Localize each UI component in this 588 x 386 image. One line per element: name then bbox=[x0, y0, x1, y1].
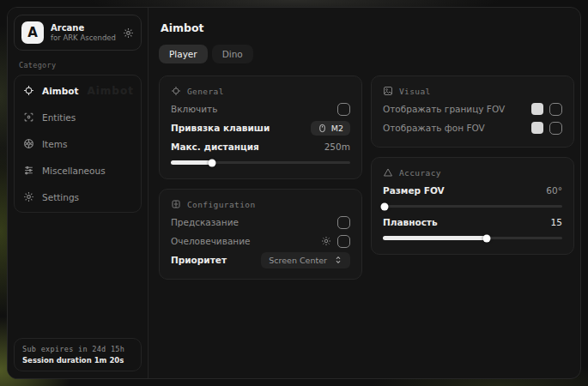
keybind-button[interactable]: M2 bbox=[311, 121, 350, 136]
enable-checkbox[interactable] bbox=[337, 103, 350, 116]
subscription-info: Sub expires in 24d 15h Session duration … bbox=[14, 338, 142, 371]
sidebar-item-settings[interactable]: Settings bbox=[15, 184, 141, 210]
sidebar-item-label: Items bbox=[42, 139, 67, 149]
visual-card: Visual Отображать границу FOV Отображать… bbox=[371, 75, 574, 148]
accuracy-header: Accuracy bbox=[383, 167, 562, 178]
general-header: General bbox=[171, 86, 350, 96]
sidebar-nav: Aimbot Aimbot Entities Items Miscellane bbox=[14, 75, 142, 213]
tab-dino[interactable]: Dino bbox=[212, 45, 253, 63]
page-title: Aimbot bbox=[161, 21, 574, 34]
enable-label: Включить bbox=[171, 104, 217, 114]
visual-header: Visual bbox=[383, 86, 562, 96]
fov-border-color-swatch[interactable] bbox=[531, 103, 543, 115]
distance-value: 250m bbox=[324, 142, 350, 152]
sidebar-item-label: Aimbot bbox=[42, 86, 78, 96]
sidebar-spacer bbox=[14, 213, 142, 338]
fov-border-controls bbox=[531, 103, 562, 116]
fov-bg-controls bbox=[531, 122, 562, 135]
gear-icon bbox=[23, 191, 34, 202]
humanization-row: Очеловечивание bbox=[171, 232, 350, 250]
slider-thumb[interactable] bbox=[483, 234, 491, 242]
priority-row: Приоритет Screen Center bbox=[171, 250, 350, 269]
humanization-label: Очеловечивание bbox=[171, 236, 251, 246]
general-card: General Включить Привязка клавиши M2 bbox=[159, 75, 362, 179]
smoothness-row: Плавность 15 bbox=[383, 213, 562, 232]
slider-fill bbox=[171, 160, 212, 165]
sidebar-item-entities[interactable]: Entities bbox=[15, 104, 141, 130]
keybind-row: Привязка клавиши M2 bbox=[171, 118, 350, 137]
fov-border-checkbox[interactable] bbox=[549, 103, 562, 116]
prediction-label: Предсказание bbox=[171, 217, 239, 227]
tab-player[interactable]: Player bbox=[159, 45, 208, 63]
slider-track[interactable] bbox=[383, 205, 562, 208]
sidebar-item-items[interactable]: Items bbox=[15, 130, 141, 157]
distance-slider[interactable] bbox=[171, 158, 350, 166]
crosshair-icon bbox=[171, 86, 181, 96]
configuration-header: Configuration bbox=[171, 199, 350, 209]
humanization-checkbox[interactable] bbox=[337, 235, 350, 248]
smoothness-slider[interactable] bbox=[383, 233, 562, 242]
tune-icon bbox=[171, 199, 181, 209]
main-panel: Aimbot Player Dino General Включить bbox=[149, 8, 581, 378]
configuration-card: Configuration Предсказание Очеловечивани… bbox=[159, 189, 362, 280]
distance-row: Макс. дистанция 250m bbox=[171, 137, 350, 156]
priority-value: Screen Center bbox=[269, 256, 327, 265]
fov-bg-checkbox[interactable] bbox=[549, 122, 562, 135]
fov-size-label: Размер FOV bbox=[383, 185, 445, 196]
smoothness-value: 15 bbox=[551, 217, 562, 227]
humanization-controls bbox=[321, 235, 350, 248]
prediction-checkbox[interactable] bbox=[337, 216, 350, 229]
slider-thumb[interactable] bbox=[209, 159, 216, 166]
priority-dropdown[interactable]: Screen Center bbox=[261, 252, 350, 268]
mouse-icon bbox=[318, 124, 327, 133]
priority-label: Приоритет bbox=[171, 255, 227, 265]
fov-bg-row: Отображать фон FOV bbox=[383, 118, 562, 137]
humanization-gear-icon[interactable] bbox=[321, 236, 331, 246]
sidebar-item-aimbot[interactable]: Aimbot Aimbot bbox=[15, 77, 141, 104]
aimbot-watermark: Aimbot bbox=[87, 85, 133, 97]
app-subtitle: for ARK Ascended bbox=[51, 33, 116, 43]
fov-size-value: 60° bbox=[546, 185, 562, 196]
smoothness-label: Плавность bbox=[383, 217, 438, 227]
tab-bar: Player Dino bbox=[159, 45, 574, 63]
slider-fill bbox=[383, 236, 487, 240]
enable-row: Включить bbox=[171, 100, 350, 118]
session-duration-text: Session duration 1m 20s bbox=[22, 356, 133, 365]
accuracy-title: Accuracy bbox=[399, 168, 441, 178]
fov-border-row: Отображать границу FOV bbox=[383, 100, 562, 118]
accuracy-card: Accuracy Размер FOV 60° Плавность 15 bbox=[371, 157, 574, 255]
sidebar-item-label: Entities bbox=[42, 112, 76, 123]
category-label: Category bbox=[19, 61, 136, 69]
general-title: General bbox=[187, 87, 224, 96]
prediction-row: Предсказание bbox=[171, 213, 350, 232]
configuration-title: Configuration bbox=[187, 200, 256, 209]
select-chevrons-icon bbox=[334, 256, 342, 264]
fov-bg-label: Отображать фон FOV bbox=[383, 123, 485, 133]
fov-size-row: Размер FOV 60° bbox=[383, 181, 562, 200]
sidebar: A Arcane for ARK Ascended Category Aimbo… bbox=[8, 8, 149, 378]
sliders-icon bbox=[23, 165, 34, 176]
app-window: A Arcane for ARK Ascended Category Aimbo… bbox=[7, 7, 581, 379]
triangle-icon bbox=[383, 167, 393, 178]
distance-label: Макс. дистанция bbox=[171, 142, 259, 152]
app-title-block: Arcane for ARK Ascended bbox=[51, 23, 116, 43]
image-icon bbox=[383, 86, 393, 96]
app-logo-card: A Arcane for ARK Ascended bbox=[14, 15, 142, 51]
keybind-value: M2 bbox=[331, 124, 343, 133]
app-title: Arcane bbox=[51, 23, 116, 33]
sidebar-gear-icon[interactable] bbox=[123, 27, 134, 39]
visual-title: Visual bbox=[399, 87, 431, 96]
sidebar-item-label: Settings bbox=[42, 192, 79, 202]
left-column: General Включить Привязка клавиши M2 bbox=[159, 75, 362, 280]
fov-size-slider[interactable] bbox=[383, 202, 562, 210]
app-logo: A bbox=[21, 21, 44, 44]
scan-icon bbox=[23, 112, 34, 123]
slider-thumb[interactable] bbox=[381, 202, 389, 210]
sidebar-item-miscellaneous[interactable]: Miscellaneous bbox=[15, 157, 141, 184]
sub-expiry-text: Sub expires in 24d 15h bbox=[22, 345, 133, 353]
fov-bg-color-swatch[interactable] bbox=[531, 122, 543, 134]
fov-border-label: Отображать границу FOV bbox=[383, 104, 505, 114]
keybind-label: Привязка клавиши bbox=[171, 123, 270, 133]
right-column: Visual Отображать границу FOV Отображать… bbox=[371, 75, 574, 255]
content-grid: General Включить Привязка клавиши M2 bbox=[159, 75, 574, 280]
